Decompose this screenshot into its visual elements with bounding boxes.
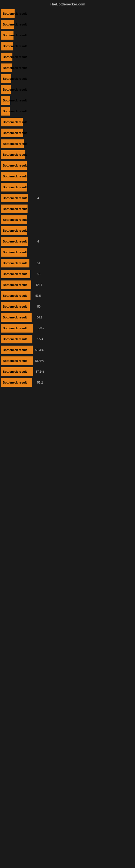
bar-label: Bottleneck result <box>2 327 27 330</box>
bar-row: Bottleneck result <box>1 52 119 62</box>
site-title: TheBottlenecker.com <box>50 2 85 6</box>
bar-label: Bottleneck result <box>2 153 27 156</box>
bar-label: Bottleneck result <box>2 251 27 254</box>
bar: Bottleneck result51 <box>1 259 30 268</box>
bar: Bottleneck result <box>1 31 13 40</box>
bar: Bottleneck result <box>1 42 13 51</box>
bar-label: Bottleneck result <box>2 44 27 48</box>
bar-label: Bottleneck result <box>2 316 27 319</box>
bar-row: Bottleneck result <box>1 171 119 182</box>
bar: Bottleneck result55.4 <box>1 335 32 343</box>
bar-label: Bottleneck result <box>2 381 27 384</box>
bar-row: Bottleneck result <box>1 30 119 40</box>
bar-row: Bottleneck result53% <box>1 290 119 301</box>
bar-label: Bottleneck result <box>2 337 27 341</box>
bar-value: 50 <box>37 305 41 308</box>
bar-value: 4 <box>37 240 39 243</box>
bar-label: Bottleneck result <box>2 120 27 124</box>
bar: Bottleneck result53% <box>1 291 31 300</box>
bar-label: Bottleneck result <box>2 131 27 134</box>
bar-row: Bottleneck result <box>1 63 119 73</box>
bar-label: Bottleneck result <box>2 164 27 167</box>
bar-row: Bottleneck result56.6% <box>1 355 119 366</box>
bar-row: Bottleneck result <box>1 106 119 116</box>
bar-row: Bottleneck result56.3% <box>1 345 119 355</box>
bar-row: Bottleneck result <box>1 95 119 105</box>
bar-label: Bottleneck result <box>2 88 27 91</box>
bar-label: Bottleneck result <box>2 186 27 189</box>
bar-label: Bottleneck result <box>2 23 27 26</box>
bar-row: Bottleneck result4 <box>1 193 119 203</box>
bar: Bottleneck result <box>1 172 27 181</box>
bar-value: 56.6% <box>35 359 44 362</box>
bar: Bottleneck result <box>1 150 26 159</box>
bar-label: Bottleneck result <box>2 359 27 362</box>
header: TheBottlenecker.com <box>0 0 135 7</box>
bar-row: Bottleneck result56% <box>1 323 119 333</box>
bar-label: Bottleneck result <box>2 77 27 80</box>
bar-row: Bottleneck result54.4 <box>1 280 119 290</box>
bar: Bottleneck result54.2 <box>1 313 32 322</box>
bar-value: 56.3% <box>35 348 43 351</box>
bar-value: 56% <box>38 327 44 330</box>
bar-row: Bottleneck result55.4 <box>1 334 119 344</box>
bar-row: Bottleneck result <box>1 117 119 127</box>
bar-value: 57.1% <box>36 370 44 373</box>
bar-row: Bottleneck result <box>1 247 119 257</box>
bar: Bottleneck result <box>1 205 28 213</box>
bar-label: Bottleneck result <box>2 283 27 286</box>
bar: Bottleneck result <box>1 74 11 83</box>
chart-area: Bottleneck resultBottleneck resultBottle… <box>0 7 135 389</box>
bar: Bottleneck result56.3% <box>1 346 33 354</box>
bar-label: Bottleneck result <box>2 272 27 276</box>
bar: Bottleneck result <box>1 107 10 116</box>
bar-value: 54.4 <box>37 283 42 286</box>
bar-value: 55.4 <box>38 337 43 341</box>
bar-row: Bottleneck result52. <box>1 269 119 279</box>
bar: Bottleneck result56% <box>1 324 33 333</box>
bar: Bottleneck result <box>1 96 10 105</box>
bar: Bottleneck result <box>1 129 23 137</box>
bar: Bottleneck result55.2 <box>1 378 32 387</box>
bar-label: Bottleneck result <box>2 218 27 221</box>
bar-label: Bottleneck result <box>2 229 27 232</box>
bar-row: Bottleneck result <box>1 182 119 192</box>
bar-row: Bottleneck result <box>1 215 119 225</box>
bar-row: Bottleneck result <box>1 150 119 160</box>
bar-row: Bottleneck result <box>1 128 119 138</box>
bar: Bottleneck result50 <box>1 302 30 311</box>
bar-row: Bottleneck result <box>1 73 119 84</box>
bar: Bottleneck result54.4 <box>1 280 31 289</box>
bar-value: 54.2 <box>37 316 42 319</box>
bar: Bottleneck result <box>1 53 12 61</box>
bar-label: Bottleneck result <box>2 66 27 69</box>
bar-value: 55.2 <box>37 381 43 384</box>
bar-label: Bottleneck result <box>2 99 27 102</box>
bar: Bottleneck result52. <box>1 270 30 278</box>
bar: Bottleneck result4 <box>1 237 28 246</box>
bar: Bottleneck result <box>1 20 14 29</box>
bar-label: Bottleneck result <box>2 370 27 373</box>
bar-row: Bottleneck result <box>1 41 119 51</box>
bar: Bottleneck result <box>1 183 27 191</box>
bar-value: 53% <box>35 294 41 297</box>
bar-value: 51 <box>37 261 40 265</box>
bar-value: 4 <box>37 196 39 199</box>
bar: Bottleneck result <box>1 9 14 18</box>
bar-label: Bottleneck result <box>2 55 27 59</box>
bar-row: Bottleneck result <box>1 138 119 149</box>
bar-label: Bottleneck result <box>2 305 27 308</box>
bar-label: Bottleneck result <box>2 348 27 351</box>
bar: Bottleneck result <box>1 248 27 257</box>
bar-label: Bottleneck result <box>2 34 27 37</box>
bar-value: 52. <box>37 272 41 276</box>
bar: Bottleneck result4 <box>1 194 28 203</box>
bar: Bottleneck result <box>1 215 27 224</box>
bar-row: Bottleneck result <box>1 204 119 214</box>
bar: Bottleneck result <box>1 226 27 235</box>
bar: Bottleneck result <box>1 85 11 94</box>
bar-label: Bottleneck result <box>2 261 27 265</box>
bar-row: Bottleneck result <box>1 84 119 95</box>
bar-row: Bottleneck result55.2 <box>1 377 119 388</box>
bar-label: Bottleneck result <box>2 142 27 145</box>
